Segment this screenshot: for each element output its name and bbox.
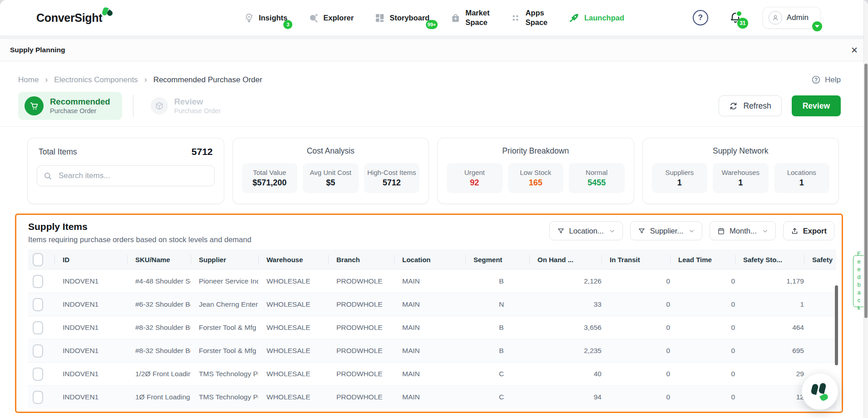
tab-review-purchase-order[interactable]: Review Purchase Order (144, 92, 232, 120)
cell-in-transit: 0 (602, 316, 670, 339)
table-controls: Location... Supplier... Month... Export (549, 221, 834, 240)
cell-lead-time: 0 (670, 339, 735, 363)
cell-safety-stock: 1,179 (735, 270, 804, 293)
cell-in-transit: 0 (602, 386, 670, 409)
nav-item-apps-space[interactable]: Apps Space (510, 8, 547, 27)
column-header-segment[interactable]: Segment (465, 249, 529, 270)
question-circle-icon (811, 75, 821, 85)
help-circle-button[interactable]: ? (693, 10, 708, 25)
divider (0, 126, 868, 127)
stat-suppliers: Suppliers 1 (652, 163, 708, 193)
column-header-supplier[interactable]: Supplier (191, 249, 258, 270)
column-header-safety-stock[interactable]: Safety Sto... (735, 249, 804, 270)
column-header-location[interactable]: Location (394, 249, 465, 270)
select-all-checkbox[interactable] (33, 253, 43, 266)
column-header-sku[interactable]: SKU/Name (127, 249, 191, 270)
location-filter-dropdown[interactable]: Location... (549, 221, 623, 240)
row-checkbox[interactable] (33, 368, 43, 381)
page-scrollbar[interactable] (863, 0, 868, 418)
nav-item-label: Insights (259, 14, 287, 22)
cell-safety-stock: 1 (735, 293, 804, 316)
summary-cards: Total Items 5712 Cost Analysis Total Val… (27, 138, 839, 204)
cell-segment: N (465, 293, 529, 316)
package-icon (151, 97, 168, 114)
notifications-bell-button[interactable]: 31 (729, 11, 742, 24)
table-header-row: ID SKU/Name Supplier Warehouse Branch Lo… (28, 249, 836, 270)
cell-branch: PRODWHOLE (328, 270, 394, 293)
cell-segment: C (465, 363, 529, 386)
nav-item-market-space[interactable]: Market Space (450, 8, 489, 27)
cell-location: MAIN (394, 316, 465, 339)
chevron-down-icon (609, 228, 615, 234)
stat-total-value: Total Value $571,200 (242, 163, 298, 193)
cell-safety (804, 339, 836, 363)
cell-in-transit: 0 (602, 293, 670, 316)
stat-low-stock: Low Stock 165 (508, 163, 564, 193)
nav-item-storyboard[interactable]: Storyboard 99+ (375, 13, 429, 23)
cell-safety-stock: 464 (735, 316, 804, 339)
search-input[interactable] (58, 171, 208, 181)
supply-items-table: ID SKU/Name Supplier Warehouse Branch Lo… (28, 249, 836, 408)
help-link[interactable]: Help (811, 75, 841, 85)
tab-actions: Refresh Review (719, 95, 841, 116)
cell-in-transit: 0 (602, 270, 670, 293)
user-menu-button[interactable]: Admin (763, 7, 821, 29)
filter-icon (638, 227, 646, 235)
column-header-safety[interactable]: Safety (804, 249, 836, 270)
cell-lead-time: 0 (670, 386, 735, 409)
column-header-id[interactable]: ID (54, 249, 127, 270)
chevron-down-icon (689, 228, 695, 234)
total-items-value: 5712 (192, 146, 213, 157)
top-nav: ConverSight Insights 3 Explorer (0, 0, 868, 35)
cell-id: INDOVEN1 (54, 386, 127, 409)
cell-location: MAIN (394, 363, 465, 386)
avatar (769, 11, 782, 25)
breadcrumb: Home › Electronics Components › Recommen… (18, 75, 841, 85)
nav-menu: Insights 3 Explorer Storyboard 99+ (244, 8, 624, 27)
row-checkbox[interactable] (33, 321, 43, 334)
tab-title: Review (174, 96, 221, 107)
nav-item-explorer[interactable]: Explorer (308, 13, 354, 23)
breadcrumb-home[interactable]: Home (18, 75, 39, 85)
month-filter-dropdown[interactable]: Month... (710, 221, 776, 240)
cell-lead-time: 0 (670, 270, 735, 293)
row-checkbox[interactable] (33, 391, 43, 404)
cell-warehouse: WHOLESALE (258, 293, 328, 316)
column-header-in-transit[interactable]: In Transit (602, 249, 670, 270)
tabs-row: Recommended Purchase Order Review Purcha… (18, 92, 841, 120)
nav-item-insights[interactable]: Insights 3 (244, 13, 287, 23)
breadcrumb-level1[interactable]: Electronics Components (54, 75, 138, 85)
table-scrollbar[interactable] (835, 285, 838, 365)
row-checkbox[interactable] (33, 275, 43, 288)
refresh-button[interactable]: Refresh (719, 95, 781, 116)
column-header-warehouse[interactable]: Warehouse (258, 249, 328, 270)
row-checkbox[interactable] (33, 344, 43, 358)
column-header-lead-time[interactable]: Lead Time (670, 249, 735, 270)
supply-items-section: Supply Items Items requiring purchase or… (15, 214, 843, 413)
close-icon[interactable]: ✕ (851, 46, 858, 55)
cell-id: INDOVEN1 (54, 363, 127, 386)
brand-logo[interactable]: ConverSight (36, 9, 114, 26)
app-window: ConverSight Insights 3 Explorer (0, 0, 868, 418)
table-row: INDOVEN1 #4-48 Shoulder Sc Pioneer Servi… (28, 270, 836, 293)
column-header-branch[interactable]: Branch (328, 249, 394, 270)
export-button[interactable]: Export (783, 221, 834, 240)
cell-sku: #6-32 Shoulder Bo (127, 293, 191, 316)
supplier-filter-dropdown[interactable]: Supplier... (630, 221, 702, 240)
cost-analysis-card: Cost Analysis Total Value $571,200 Avg U… (232, 138, 429, 204)
tab-title: Recommended (50, 96, 110, 107)
row-checkbox[interactable] (33, 298, 43, 311)
review-button[interactable]: Review (792, 95, 841, 116)
cell-branch: PRODWHOLE (328, 316, 394, 339)
search-icon (44, 172, 52, 180)
nav-item-launchpad[interactable]: Launchpad (568, 12, 624, 24)
column-header-on-hand[interactable]: On Hand ... (529, 249, 602, 270)
assistant-chat-button[interactable] (802, 373, 838, 410)
cell-warehouse: WHOLESALE (258, 270, 328, 293)
cell-safety (804, 270, 836, 293)
chevron-down-icon (811, 20, 823, 32)
nav-item-label-line1: Apps (525, 8, 547, 18)
tab-recommended-purchase-order[interactable]: Recommended Purchase Order (18, 92, 122, 120)
brand-leaf-icon (103, 7, 114, 19)
page-scrollbar-thumb[interactable] (864, 64, 868, 318)
